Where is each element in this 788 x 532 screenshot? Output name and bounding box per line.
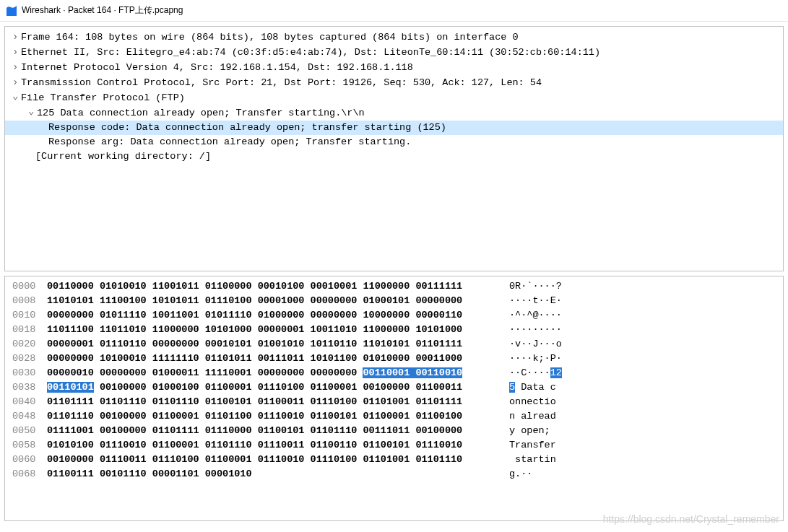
hex-offset: 0040	[12, 395, 47, 409]
hex-bits[interactable]: 00000000 10100010 11111110 01101011 0011…	[47, 352, 509, 366]
hex-bits[interactable]: 01100111 00101110 00001101 00001010	[47, 467, 509, 481]
hex-offset: 0060	[12, 453, 47, 467]
tree-text: Transmission Control Protocol, Src Port:…	[21, 77, 542, 88]
tree-ftp-line[interactable]: 125 Data connection already open; Transf…	[5, 105, 783, 121]
hex-ascii[interactable]: 5 Data c	[509, 380, 556, 395]
hex-bits[interactable]: 11011100 11011010 11000000 10101000 0000…	[47, 323, 509, 337]
hex-offset: 0030	[12, 366, 47, 380]
hex-ascii[interactable]: ·v··J···o	[509, 337, 562, 352]
hex-bits[interactable]: 00000001 01110110 00000000 00010101 0100…	[47, 337, 509, 352]
hex-bits[interactable]: 11010101 11100100 10101011 01110100 0000…	[47, 294, 509, 308]
hex-row[interactable]: 005801010100 01110010 01100001 01101110 …	[5, 438, 783, 453]
hex-row[interactable]: 006000100000 01110011 01110100 01100001 …	[5, 453, 783, 467]
packet-details-pane[interactable]: Frame 164: 108 bytes on wire (864 bits),…	[4, 26, 784, 271]
hex-ascii[interactable]: ····k;·P·	[509, 352, 562, 366]
hex-row[interactable]: 004001101111 01101110 01101110 01100101 …	[5, 395, 783, 409]
tree-text: File Transfer Protocol (FTP)	[21, 92, 185, 103]
hex-row[interactable]: 002000000001 01110110 00000000 00010101 …	[5, 337, 783, 352]
hex-ascii[interactable]: onnectio	[509, 395, 556, 409]
hex-ascii[interactable]: ··C····12	[509, 366, 562, 380]
hex-ascii[interactable]: n alread	[509, 409, 556, 424]
collapse-caret-icon[interactable]	[12, 90, 21, 105]
hex-ascii[interactable]: ·········	[509, 323, 562, 337]
tree-text: Ethernet II, Src: Elitegro_e4:ab:74 (c0:…	[21, 47, 600, 58]
hex-ascii[interactable]: ····t··E·	[509, 294, 562, 308]
titlebar: Wireshark · Packet 164 · FTP上传.pcapng	[0, 0, 788, 22]
hex-row[interactable]: 006801100111 00101110 00001101 00001010g…	[5, 467, 783, 481]
hex-ascii[interactable]: startin	[509, 453, 556, 467]
tree-ethernet[interactable]: Ethernet II, Src: Elitegro_e4:ab:74 (c0:…	[5, 45, 783, 60]
hex-offset: 0048	[12, 409, 47, 424]
hex-offset: 0028	[12, 352, 47, 366]
tree-cwd[interactable]: [Current working directory: /]	[5, 149, 783, 164]
tree-text: Internet Protocol Version 4, Src: 192.16…	[21, 62, 413, 73]
hex-offset: 0058	[12, 438, 47, 453]
hex-offset: 0038	[12, 380, 47, 395]
hex-row[interactable]: 000811010101 11100100 10101011 01110100 …	[5, 294, 783, 308]
hex-offset: 0018	[12, 323, 47, 337]
hex-row[interactable]: 002800000000 10100010 11111110 01101011 …	[5, 352, 783, 366]
hex-ascii[interactable]: y open;	[509, 424, 556, 438]
hex-ascii[interactable]: Transfer	[509, 438, 556, 453]
hex-offset: 0050	[12, 424, 47, 438]
hex-ascii[interactable]: ·^·^@····	[509, 308, 562, 323]
tree-tcp[interactable]: Transmission Control Protocol, Src Port:…	[5, 75, 783, 90]
hex-offset: 0000	[12, 279, 47, 294]
tree-text: Response code: Data connection already o…	[48, 122, 446, 133]
wireshark-fin-icon	[6, 5, 17, 17]
hex-offset: 0020	[12, 337, 47, 352]
hex-bits[interactable]: 00100000 01110011 01110100 01100001 0111…	[47, 453, 509, 467]
hex-bits[interactable]: 01010100 01110010 01100001 01101110 0111…	[47, 438, 509, 453]
hex-row[interactable]: 005001111001 00100000 01101111 01110000 …	[5, 424, 783, 438]
hex-bits[interactable]: 00000010 00000000 01000011 11110001 0000…	[47, 366, 509, 380]
tree-ftp[interactable]: File Transfer Protocol (FTP)	[5, 90, 783, 105]
packet-bytes-pane[interactable]: 000000110000 01010010 11001011 01100000 …	[4, 276, 784, 521]
expand-caret-icon[interactable]	[12, 75, 21, 90]
tree-response-code[interactable]: Response code: Data connection already o…	[5, 121, 783, 135]
tree-frame[interactable]: Frame 164: 108 bytes on wire (864 bits),…	[5, 30, 783, 45]
hex-row[interactable]: 004801101110 00100000 01100001 01101100 …	[5, 409, 783, 424]
hex-bits[interactable]: 01101110 00100000 01100001 01101100 0111…	[47, 409, 509, 424]
expand-caret-icon[interactable]	[12, 30, 21, 45]
hex-bits[interactable]: 00110101 00100000 01000100 01100001 0111…	[47, 380, 509, 395]
hex-row[interactable]: 001811011100 11011010 11000000 10101000 …	[5, 323, 783, 337]
hex-offset: 0008	[12, 294, 47, 308]
tree-text: Response arg: Data connection already op…	[48, 136, 411, 147]
tree-text: 125 Data connection already open; Transf…	[37, 108, 365, 118]
hex-ascii[interactable]: g.··	[509, 467, 532, 481]
hex-ascii[interactable]: 0R·`····?	[509, 279, 562, 294]
tree-text: [Current working directory: /]	[35, 151, 211, 162]
collapse-caret-icon[interactable]	[28, 105, 37, 121]
hex-offset: 0010	[12, 308, 47, 323]
hex-bits[interactable]: 00000000 01011110 10011001 01011110 0100…	[47, 308, 509, 323]
hex-bits[interactable]: 01111001 00100000 01101111 01110000 0110…	[47, 424, 509, 438]
hex-row[interactable]: 003000000010 00000000 01000011 11110001 …	[5, 366, 783, 380]
hex-row[interactable]: 003800110101 00100000 01000100 01100001 …	[5, 380, 783, 395]
tree-response-arg[interactable]: Response arg: Data connection already op…	[5, 135, 783, 149]
tree-text: Frame 164: 108 bytes on wire (864 bits),…	[21, 32, 519, 43]
hex-row[interactable]: 001000000000 01011110 10011001 01011110 …	[5, 308, 783, 323]
hex-bits[interactable]: 00110000 01010010 11001011 01100000 0001…	[47, 279, 509, 294]
expand-caret-icon[interactable]	[12, 45, 21, 60]
hex-offset: 0068	[12, 467, 47, 481]
hex-bits[interactable]: 01101111 01101110 01101110 01100101 0110…	[47, 395, 509, 409]
tree-ipv4[interactable]: Internet Protocol Version 4, Src: 192.16…	[5, 60, 783, 75]
hex-row[interactable]: 000000110000 01010010 11001011 01100000 …	[5, 279, 783, 294]
expand-caret-icon[interactable]	[12, 60, 21, 75]
window-title: Wireshark · Packet 164 · FTP上传.pcapng	[22, 4, 183, 17]
